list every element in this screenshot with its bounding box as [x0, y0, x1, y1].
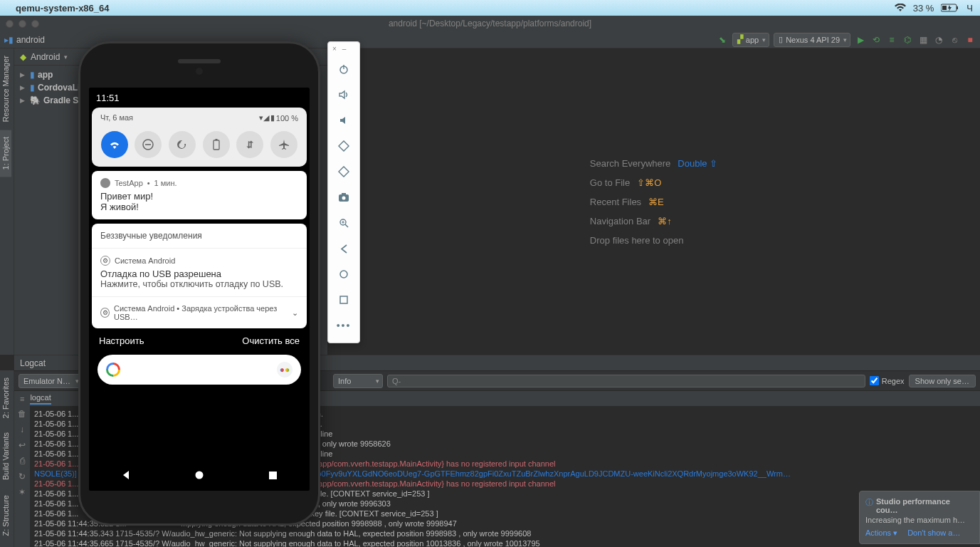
emu-minimize-icon[interactable]: – — [342, 45, 347, 53]
settings-icon[interactable]: ✶ — [19, 487, 26, 497]
device-combo[interactable]: ▯ Nexus 4 API 29 — [774, 33, 850, 47]
run-config-combo[interactable]: ▞ app — [732, 33, 769, 47]
svg-rect-1 — [957, 6, 958, 9]
shade-date: Чт, 6 мая — [100, 113, 133, 123]
tab-resource-manager[interactable]: Resource Manager — [0, 48, 11, 130]
expand-icon[interactable]: ▶ — [20, 71, 27, 78]
emu-back-icon[interactable] — [332, 237, 355, 260]
nav-recents-icon[interactable] — [268, 471, 278, 480]
svg-rect-2 — [942, 6, 947, 10]
emu-volume-up-icon[interactable] — [332, 83, 355, 106]
battery-icon: ▮ — [270, 113, 275, 123]
manage-button[interactable]: Настроить — [99, 335, 144, 346]
apply-changes-icon[interactable]: ⟲ — [870, 34, 882, 46]
editor-empty-state: Search EverywhereDouble ⇧ Go to File⇧⌘O … — [327, 48, 980, 355]
silent-header: Беззвучные уведомления — [92, 224, 307, 249]
svg-point-7 — [196, 472, 204, 479]
usb-debug-notification[interactable]: ⚙Система Android Отладка по USB разрешен… — [92, 249, 307, 296]
quick-settings: Чт, 6 мая ▾◢ ▮ 100 % — [92, 108, 307, 167]
clear-all-button[interactable]: Очистить все — [242, 335, 300, 346]
notif-actions[interactable]: Actions ▾ — [865, 528, 897, 538]
svg-rect-4 — [145, 144, 151, 145]
emu-screenshot-icon[interactable] — [332, 186, 355, 209]
attach-debugger-icon[interactable]: ⎋ — [949, 34, 960, 46]
nav-home-icon[interactable] — [194, 470, 204, 480]
charging-notification[interactable]: ⚙ Система Android • Зарядка устройства ч… — [92, 296, 307, 328]
qs-dnd[interactable] — [135, 131, 162, 158]
emulator-screen[interactable]: 11:51 Чт, 6 мая ▾◢ ▮ 100 % — [89, 88, 310, 491]
regex-checkbox[interactable]: Regex — [870, 376, 905, 385]
print-icon[interactable]: ⎙ — [20, 456, 25, 466]
phone-status-bar: 11:51 — [89, 88, 310, 108]
android-icon: ▞ — [737, 35, 743, 44]
ide-title-text: android [~/Desktop/Legacy/testapp/platfo… — [389, 19, 591, 28]
build-icon[interactable]: ⬊ — [717, 34, 728, 46]
tab-build-variants[interactable]: Build Variants — [0, 425, 11, 487]
shade-battery: 100 % — [276, 114, 298, 123]
emu-rotate-left-icon[interactable] — [332, 135, 355, 157]
emulator-combo[interactable]: Emulator N… — [19, 374, 83, 388]
tab-favorites[interactable]: 2: Favorites — [0, 370, 11, 425]
qs-battery[interactable] — [203, 131, 230, 158]
svg-rect-12 — [339, 167, 349, 177]
svg-rect-15 — [342, 193, 346, 195]
android-robot-icon: ◆ — [20, 52, 26, 62]
restart-icon[interactable]: ↻ — [19, 472, 26, 481]
wifi-icon[interactable] — [895, 4, 906, 12]
logcat-gutter: 🗑 ↓ ↩ ⎙ ↻ ✶ — [14, 406, 30, 547]
breadcrumb[interactable]: ▸▮ android — [4, 35, 45, 45]
nav-back-icon[interactable] — [121, 470, 131, 480]
hint-goto: Go to File — [590, 177, 630, 188]
left-tool-gutter: Resource Manager 1: Project — [0, 48, 14, 355]
emu-more-icon[interactable]: ••• — [332, 314, 355, 337]
logcat-search[interactable]: Q- — [387, 375, 865, 387]
expand-icon[interactable]: ▶ — [20, 97, 27, 104]
log-level-combo[interactable]: Info — [333, 374, 383, 388]
ide-titlebar: android [~/Desktop/Legacy/testapp/platfo… — [0, 16, 980, 31]
folder-icon: ▸▮ — [4, 35, 14, 45]
window-close-icon[interactable] — [6, 20, 14, 28]
emu-zoom-icon[interactable] — [332, 212, 355, 234]
emu-home-icon[interactable] — [332, 263, 355, 286]
qs-rotate[interactable] — [169, 131, 196, 158]
emu-close-icon[interactable]: × — [332, 45, 337, 53]
app-icon — [100, 178, 110, 188]
hint-drop: Drop files here to open — [590, 235, 684, 246]
chevron-down-icon[interactable]: ⌄ — [292, 308, 298, 318]
notif-dismiss[interactable]: Don't show a… — [907, 528, 960, 538]
trash-icon[interactable]: 🗑 — [18, 409, 26, 419]
scroll-end-icon[interactable]: ↓ — [20, 424, 24, 434]
profile-icon[interactable]: ◔ — [933, 34, 944, 46]
run-icon[interactable]: ▶ — [855, 34, 866, 46]
menubar-app-name[interactable]: qemu-system-x86_64 — [16, 3, 110, 14]
qs-data[interactable] — [236, 131, 263, 158]
google-search[interactable]: ●● — [98, 355, 301, 385]
soft-wrap-icon[interactable]: ↩ — [19, 440, 26, 450]
tab-project[interactable]: 1: Project — [0, 130, 11, 177]
notification-card[interactable]: TestApp • 1 мин. Привет мир! Я живой! — [92, 171, 307, 219]
breadcrumb-text: android — [16, 35, 45, 45]
ide-notification: ⓘStudio performance cou… Increasing the … — [859, 491, 980, 544]
tab-structure[interactable]: Z: Structure — [0, 488, 11, 543]
notification-body: Я живой! — [100, 202, 298, 212]
hint-nav-key: ⌘↑ — [658, 216, 672, 226]
emu-overview-icon[interactable] — [332, 288, 355, 311]
window-minimize-icon[interactable] — [19, 20, 26, 28]
filter-combo[interactable]: Show only se… — [909, 375, 976, 387]
apply-code-icon[interactable]: ≡ — [886, 34, 897, 46]
debug-icon[interactable]: ⌬ — [902, 34, 913, 46]
module-icon: ▮ — [30, 70, 35, 80]
qs-wifi[interactable] — [101, 131, 128, 158]
qs-airplane[interactable] — [270, 131, 297, 158]
emu-rotate-right-icon[interactable] — [332, 160, 355, 183]
battery-charging-icon — [941, 4, 959, 12]
window-zoom-icon[interactable] — [31, 20, 39, 28]
expand-icon[interactable]: ▶ — [20, 84, 27, 91]
emu-volume-down-icon[interactable] — [332, 109, 355, 132]
coverage-icon[interactable]: ▦ — [917, 34, 929, 46]
emu-power-icon[interactable] — [332, 58, 355, 80]
assistant-icon[interactable]: ●● — [277, 362, 293, 377]
stop-icon[interactable]: ■ — [964, 34, 976, 46]
notification-title: Привет мир! — [100, 191, 298, 202]
logcat-subtab[interactable]: logcat — [30, 393, 51, 405]
